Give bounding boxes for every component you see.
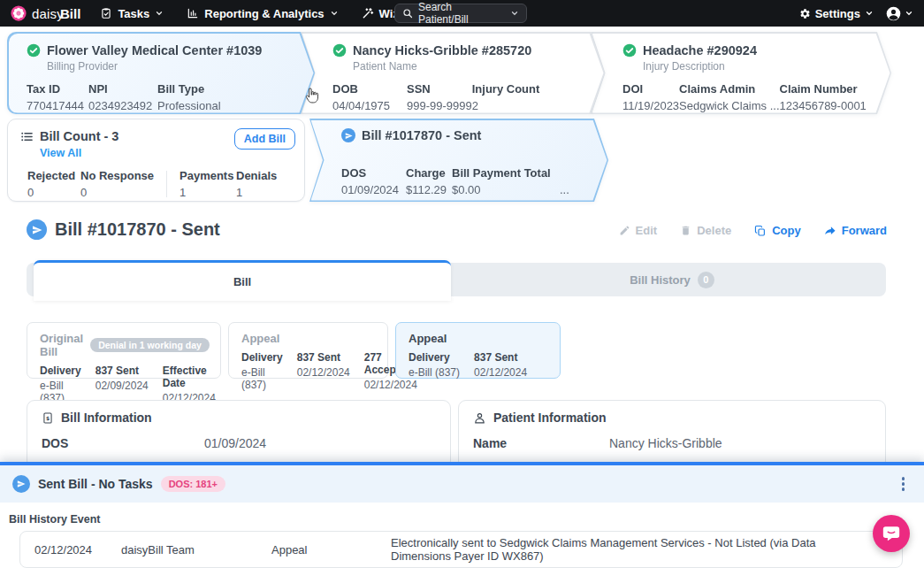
timeline-card-appeal-2-selected[interactable]: Appeal Deliverye-Bill (837) 837 Sent02/1… bbox=[395, 322, 561, 379]
field-label: Charge bbox=[406, 166, 452, 180]
field-value: 02/12/2024 bbox=[297, 366, 350, 379]
delete-button[interactable]: Delete bbox=[680, 224, 731, 237]
kebab-menu-icon[interactable] bbox=[895, 473, 913, 495]
tab-bill-history[interactable]: Bill History 0 bbox=[458, 263, 886, 296]
field-value: Professional bbox=[157, 99, 221, 112]
timeline-card-original-bill[interactable]: Original Bill Denial in 1 working day De… bbox=[27, 322, 221, 379]
field-label: Tax ID bbox=[27, 82, 88, 96]
bill-information-section: $ Bill Information DOS01/09/2024 Place o… bbox=[27, 400, 451, 469]
crumb-injury[interactable]: Headache #290924 Injury Description DOI1… bbox=[591, 32, 891, 114]
copy-label: Copy bbox=[772, 224, 801, 237]
bill-document-icon: $ bbox=[42, 411, 54, 425]
crumb-subtitle: Patient Name bbox=[353, 60, 596, 73]
chevron-down-icon bbox=[865, 9, 874, 18]
pencil-icon bbox=[619, 225, 630, 236]
add-bill-button[interactable]: Add Bill bbox=[234, 128, 295, 150]
timeline-card-appeal-1[interactable]: Appeal Deliverye-Bill (837) 837 Sent02/1… bbox=[228, 322, 388, 379]
field-label: Denials bbox=[236, 169, 277, 182]
bill-count-card[interactable]: Bill Count - 3 View All Add Bill Rejecte… bbox=[7, 119, 305, 202]
field-value: 11/19/2023 bbox=[622, 99, 679, 112]
field-value: $0.00 bbox=[452, 183, 560, 196]
field-value: Sedgwick Claims ... bbox=[679, 99, 779, 112]
field-label: Rejected bbox=[27, 169, 80, 182]
sent-plane-icon bbox=[27, 219, 47, 240]
task-panel-header[interactable]: Sent Bill - No Tasks DOS: 181+ bbox=[0, 465, 924, 503]
bill-history-event-row[interactable]: 02/12/2024 daisyBill Team Appeal Electro… bbox=[19, 531, 903, 568]
task-panel-title: Sent Bill - No Tasks bbox=[38, 477, 153, 491]
chevron-down-icon bbox=[330, 9, 339, 18]
bill-history-event-label: Bill History Event bbox=[9, 513, 924, 526]
bill-tabs: Bill Bill History 0 bbox=[27, 263, 886, 296]
bill-count-title: Bill Count - 3 bbox=[40, 129, 118, 143]
chat-messenger-button[interactable] bbox=[873, 515, 910, 552]
top-navbar: daisyBill Tasks Reporting & Analytics Wi… bbox=[0, 0, 924, 27]
wand-icon bbox=[362, 7, 374, 19]
field-label: DOB bbox=[332, 82, 407, 96]
field-value: 0 bbox=[27, 186, 80, 199]
app-screen: daisyBill Tasks Reporting & Analytics Wi… bbox=[0, 0, 924, 568]
crumb-bill[interactable]: Bill #1017870 - Sent DOS01/09/2024 Charg… bbox=[309, 119, 608, 202]
field-label: No Response bbox=[80, 169, 166, 182]
forward-button[interactable]: Forward bbox=[824, 224, 887, 237]
field-label: Bill Type bbox=[157, 82, 221, 96]
menu-tasks-label: Tasks bbox=[118, 7, 149, 20]
field-label: DOS bbox=[341, 166, 406, 180]
brand-bill: Bill bbox=[60, 6, 80, 21]
crumb-patient[interactable]: Nancy Hicks-Gribble #285720 Patient Name… bbox=[301, 32, 605, 114]
daisybill-logo[interactable]: daisyBill bbox=[11, 5, 80, 21]
sent-bill-task-panel: Sent Bill - No Tasks DOS: 181+ Bill Hist… bbox=[0, 462, 924, 568]
field-value: 1 bbox=[236, 186, 277, 199]
settings-label: Settings bbox=[815, 7, 860, 20]
crumb-title: Flower Valley Medical Center #1039 bbox=[47, 43, 262, 58]
crumb-billing-provider[interactable]: Flower Valley Medical Center #1039 Billi… bbox=[7, 32, 315, 114]
field-value: 2 bbox=[472, 99, 540, 112]
flower-logo-icon bbox=[11, 5, 27, 21]
field-label: Effective Date bbox=[163, 365, 216, 389]
crumb-subtitle: Injury Description bbox=[643, 60, 882, 73]
menu-tasks[interactable]: Tasks bbox=[100, 7, 164, 20]
field-value: 1 bbox=[179, 186, 236, 199]
edit-button[interactable]: Edit bbox=[619, 224, 658, 237]
settings-menu[interactable]: Settings bbox=[799, 7, 874, 20]
field-value: 123456789-0001 bbox=[780, 99, 867, 112]
field-value: 02/12/2024 bbox=[474, 366, 527, 379]
search-icon bbox=[402, 8, 413, 19]
forward-arrow-icon bbox=[824, 225, 836, 237]
bill-info-title: Bill Information bbox=[61, 411, 152, 425]
info-value: 01/09/2024 bbox=[204, 436, 266, 450]
field-label: NPI bbox=[88, 82, 157, 96]
field-value: 999-99-9999 bbox=[407, 99, 472, 112]
bill-timeline: Original Bill Denial in 1 working day De… bbox=[27, 322, 561, 379]
field-label: 837 Sent bbox=[297, 351, 350, 364]
patient-person-icon bbox=[473, 411, 486, 425]
more-ellipsis[interactable]: ... bbox=[560, 183, 569, 196]
event-user: daisyBill Team bbox=[121, 543, 271, 556]
field-label: Injury Count bbox=[472, 82, 540, 96]
list-icon bbox=[20, 130, 34, 143]
search-placeholder: Search Patient/Bill bbox=[418, 1, 505, 26]
denial-badge: Denial in 1 working day bbox=[90, 338, 210, 352]
page-title: Bill #1017870 - Sent bbox=[55, 219, 220, 240]
field-label: Delivery bbox=[241, 351, 283, 364]
divider bbox=[166, 171, 167, 197]
patient-information-section: Patient Information NameNancy Hicks-Grib… bbox=[458, 400, 886, 469]
copy-button[interactable]: Copy bbox=[754, 224, 801, 237]
history-count-badge: 0 bbox=[698, 272, 714, 288]
field-label: Claim Number bbox=[780, 82, 867, 96]
field-value: e-Bill (837) bbox=[241, 366, 283, 391]
chevron-down-icon bbox=[155, 9, 164, 18]
menu-reporting-analytics[interactable]: Reporting & Analytics bbox=[187, 7, 338, 20]
brand-daisy: daisy bbox=[32, 6, 64, 21]
field-label: Delivery bbox=[409, 351, 460, 364]
patient-info-title: Patient Information bbox=[493, 411, 607, 425]
search-input[interactable]: Search Patient/Bill bbox=[394, 4, 527, 23]
tab-bill[interactable]: Bill bbox=[34, 260, 451, 301]
timeline-title: Original Bill bbox=[40, 332, 83, 358]
crumb-subtitle: Billing Provider bbox=[47, 60, 306, 73]
delete-label: Delete bbox=[697, 224, 731, 237]
event-type: Appeal bbox=[271, 543, 391, 556]
field-value: $112.29 bbox=[406, 183, 452, 196]
user-account-menu[interactable] bbox=[886, 6, 913, 21]
edit-label: Edit bbox=[636, 224, 658, 237]
field-label: Payments bbox=[179, 169, 236, 182]
